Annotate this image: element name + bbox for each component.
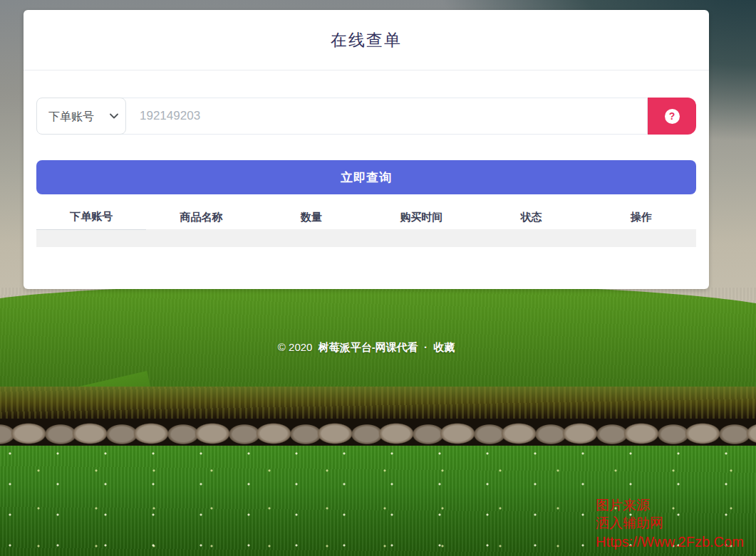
site-link[interactable]: 树莓派平台-网课代看 [319,341,418,353]
watermark-line-source: 图片来源 [596,496,744,514]
stone-wall [0,419,756,449]
column-header-status: 状态 [476,205,586,229]
watermark-line-sitename: 洒入辅助网 [596,514,744,532]
empty-row-cell [36,229,696,247]
copyright-text: © 2020 [278,341,313,353]
empty-striped-row [36,229,696,247]
footer: © 2020 树莓派平台-网课代看 · 收藏 [24,341,709,355]
orders-table-header-row: 下单账号 商品名称 数量 购买时间 状态 操作 [36,205,696,229]
column-header-quantity: 数量 [257,205,366,229]
watermark: 图片来源 洒入辅助网 Https://Www.2Fzb.Com [596,496,744,551]
orders-table: 下单账号 商品名称 数量 购买时间 状态 操作 [36,205,696,247]
query-card: 在线查单 下单账号 ? 立即查询 下单账号 商品名称 [24,10,709,289]
question-circle-icon: ? [665,109,680,124]
page-title: 在线查单 [331,29,402,51]
column-header-product: 商品名称 [146,205,256,229]
order-account-input[interactable] [120,98,648,135]
field-select-wrapper: 下单账号 [36,98,126,135]
footer-separator: · [421,341,430,353]
watermark-line-url: Https://Www.2Fzb.Com [596,533,744,551]
mound-overhang-band [0,387,756,422]
favorite-link[interactable]: 收藏 [433,341,455,353]
card-header: 在线查单 [24,10,709,70]
column-header-action: 操作 [586,205,696,229]
column-header-account: 下单账号 [36,205,146,229]
card-body: 下单账号 ? 立即查询 下单账号 商品名称 数量 购买时间 状态 操 [24,70,709,247]
query-submit-button[interactable]: 立即查询 [36,160,696,194]
account-type-select[interactable]: 下单账号 [36,98,126,135]
help-button[interactable]: ? [648,98,696,135]
query-input-group: 下单账号 ? [36,98,696,135]
column-header-purchase-time: 购买时间 [366,205,476,229]
